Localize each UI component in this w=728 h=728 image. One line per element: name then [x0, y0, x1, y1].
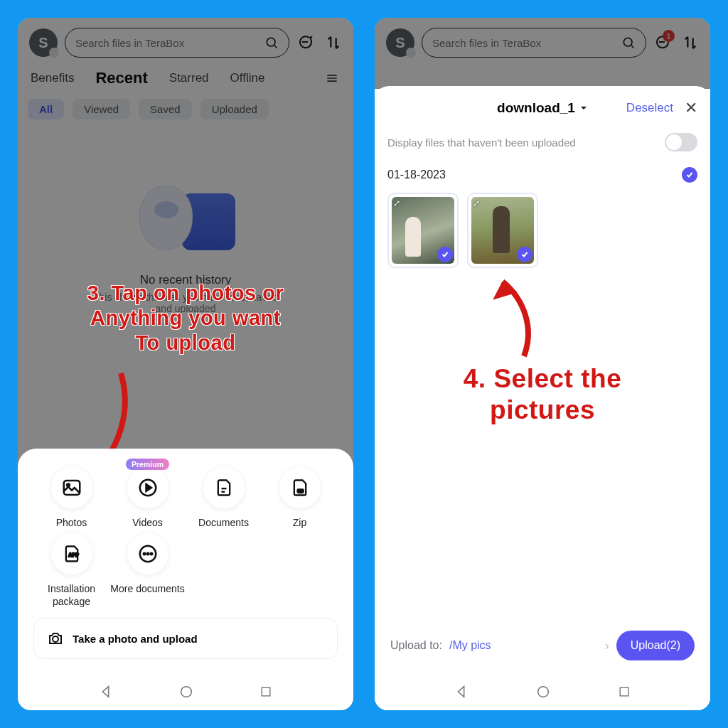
close-icon[interactable]: ✕: [685, 99, 697, 117]
svg-rect-19: [262, 687, 270, 696]
documents-icon: [214, 477, 234, 498]
selected-check-icon[interactable]: [517, 247, 532, 262]
photos-icon: [61, 477, 82, 498]
filter-toggle-row: Display files that haven't been uploaded: [387, 133, 697, 151]
search-icon: [264, 36, 279, 50]
select-all-check[interactable]: [682, 167, 697, 183]
filter-toggle[interactable]: [665, 133, 697, 151]
android-nav-bar: [33, 673, 338, 710]
take-photo-button[interactable]: Take a photo and upload: [33, 618, 338, 659]
sheet-label: More documents: [110, 583, 184, 596]
tutorial-annotation-3: 3. Tap on photos or Anything you want To…: [18, 281, 353, 355]
nav-recent-icon[interactable]: [617, 685, 631, 699]
app-icon: APP: [62, 543, 82, 564]
annotation-arrow-icon: [485, 271, 549, 363]
chevron-right-icon: ›: [605, 638, 609, 653]
sheet-item-installation[interactable]: APP Installation package: [33, 533, 109, 608]
svg-point-17: [53, 636, 58, 642]
upload-type-sheet: Photos Premium Videos Documents Zip APP: [18, 449, 353, 711]
premium-badge: Premium: [126, 459, 169, 470]
picker-footer: Upload to: /My pics › Upload(2): [387, 619, 697, 673]
zip-icon: [290, 477, 310, 498]
avatar[interactable]: S: [29, 28, 58, 57]
tab-recent[interactable]: Recent: [95, 69, 147, 87]
message-icon[interactable]: 1: [653, 34, 670, 51]
selected-check-icon[interactable]: [437, 247, 453, 262]
svg-point-20: [623, 38, 632, 46]
svg-point-15: [146, 553, 149, 555]
search-field[interactable]: [65, 28, 289, 58]
filter-all[interactable]: All: [28, 99, 64, 119]
search-icon: [621, 36, 636, 50]
upload-button[interactable]: Upload(2): [616, 631, 695, 660]
sheet-label: Photos: [56, 517, 87, 530]
chevron-down-icon: [579, 104, 588, 112]
transfer-icon[interactable]: [682, 34, 699, 51]
sheet-item-zip[interactable]: Zip: [262, 467, 338, 530]
tutorial-annotation-4: 4. Select the pictures: [375, 363, 710, 427]
photo-thumbnail[interactable]: ⤢: [387, 193, 459, 268]
left-screenshot: S Benefits Recent Starred Offline: [18, 18, 353, 710]
right-screenshot: S 1 download_1 Deselect: [375, 18, 710, 710]
app-top-bar: S: [18, 18, 353, 58]
transfer-icon[interactable]: [325, 34, 342, 51]
sheet-label: Documents: [198, 517, 249, 530]
svg-point-0: [267, 38, 275, 46]
nav-home-icon[interactable]: [178, 684, 194, 700]
hamburger-icon[interactable]: [323, 70, 341, 87]
filter-saved[interactable]: Saved: [139, 99, 192, 119]
upload-to-label: Upload to:: [390, 639, 442, 652]
deselect-button[interactable]: Deselect: [626, 101, 673, 115]
nav-back-icon[interactable]: [454, 684, 469, 700]
picker-folder-dropdown[interactable]: download_1: [497, 100, 588, 116]
sheet-item-photos[interactable]: Photos: [33, 467, 109, 530]
picker-title-text: download_1: [497, 100, 575, 116]
expand-icon[interactable]: ⤢: [473, 198, 480, 208]
expand-icon[interactable]: ⤢: [393, 198, 400, 208]
svg-point-23: [538, 687, 549, 697]
nav-back-icon[interactable]: [98, 684, 114, 700]
camera-label: Take a photo and upload: [73, 633, 198, 645]
svg-point-14: [143, 553, 145, 555]
sheet-label: Videos: [132, 517, 163, 530]
camera-icon: [47, 630, 64, 647]
photo-thumbnail[interactable]: ⤢: [467, 193, 538, 268]
sheet-item-documents[interactable]: Documents: [186, 467, 262, 530]
photo-picker-sheet: download_1 Deselect ✕ Display files that…: [375, 86, 710, 710]
sheet-item-videos[interactable]: Premium Videos: [109, 467, 186, 530]
filter-uploaded[interactable]: Uploaded: [200, 99, 269, 119]
tab-offline[interactable]: Offline: [230, 71, 265, 85]
svg-rect-24: [620, 687, 628, 696]
search-input[interactable]: [75, 37, 264, 49]
svg-rect-11: [297, 489, 303, 493]
date-section-header: 01-18-2023: [387, 167, 697, 183]
sheet-item-more[interactable]: More documents: [109, 533, 186, 608]
svg-text:APP: APP: [68, 552, 79, 557]
avatar[interactable]: S: [386, 28, 414, 57]
svg-line-21: [631, 46, 633, 48]
tab-benefits[interactable]: Benefits: [31, 71, 74, 85]
empty-illustration: [136, 179, 235, 264]
notification-badge: 1: [663, 30, 675, 42]
filter-row: All Viewed Saved Uploaded: [18, 95, 353, 129]
svg-point-18: [181, 687, 192, 697]
videos-icon: [137, 477, 159, 498]
message-icon[interactable]: [296, 34, 314, 51]
nav-home-icon[interactable]: [535, 684, 551, 700]
main-tabs: Benefits Recent Starred Offline: [18, 58, 353, 95]
thumbnail-grid: ⤢ ⤢: [387, 193, 697, 268]
svg-point-7: [67, 483, 70, 486]
search-input[interactable]: [432, 37, 621, 49]
android-nav-bar: [387, 673, 697, 710]
svg-line-1: [274, 46, 277, 48]
filter-viewed[interactable]: Viewed: [73, 99, 130, 119]
date-label: 01-18-2023: [387, 168, 446, 181]
tab-starred[interactable]: Starred: [169, 71, 209, 85]
svg-point-16: [150, 553, 152, 555]
sheet-label: Installation package: [48, 583, 95, 608]
upload-destination[interactable]: /My pics: [449, 639, 598, 652]
sheet-label: Zip: [293, 517, 306, 530]
search-field[interactable]: [422, 28, 646, 58]
nav-recent-icon[interactable]: [259, 685, 273, 699]
more-icon: [137, 543, 159, 564]
